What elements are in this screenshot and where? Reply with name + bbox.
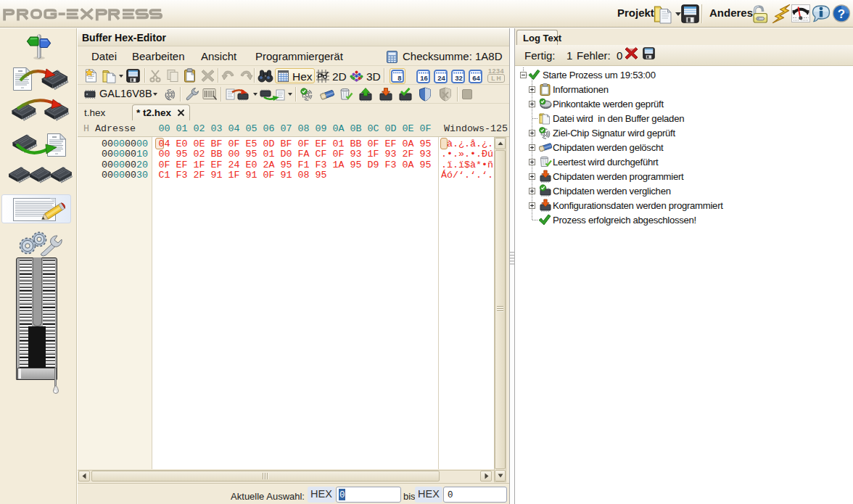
svg-text:64: 64 xyxy=(472,74,480,82)
svg-text:24: 24 xyxy=(437,74,445,82)
svg-text:16: 16 xyxy=(420,74,428,82)
svg-text:?: ? xyxy=(838,7,845,21)
svg-text:32: 32 xyxy=(455,74,463,82)
svg-text:8: 8 xyxy=(397,74,401,82)
